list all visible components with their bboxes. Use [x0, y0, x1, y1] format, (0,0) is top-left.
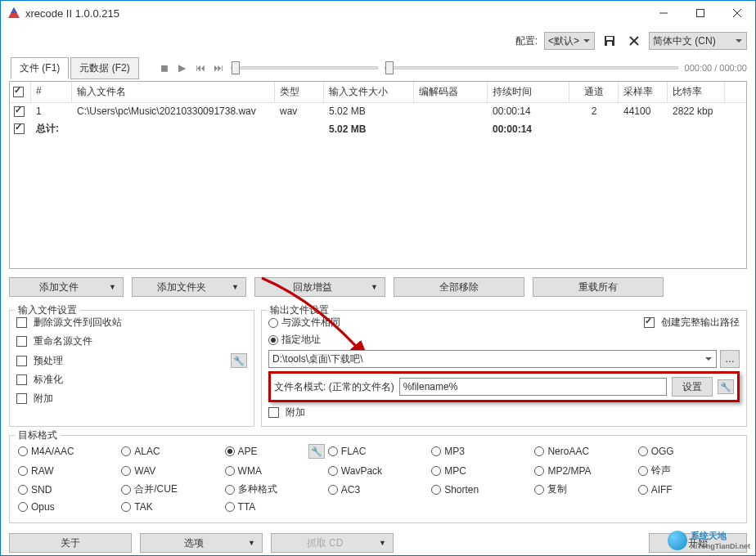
maximize-button[interactable]	[682, 1, 718, 25]
prev-icon[interactable]: ⏮	[195, 62, 206, 74]
checkbox-all[interactable]	[13, 87, 24, 97]
col-channels[interactable]: 通道	[569, 82, 619, 102]
format-wav-radio[interactable]	[121, 466, 131, 476]
col-size[interactable]: 输入文件大小	[324, 82, 414, 102]
watermark-icon	[668, 531, 687, 550]
rename-source-checkbox[interactable]	[16, 336, 27, 347]
table-total-row: 总计: 5.02 MB 00:00:14	[10, 119, 746, 138]
col-filename[interactable]: 输入文件名	[72, 82, 275, 102]
format-opus-radio[interactable]	[18, 502, 28, 512]
stop-icon[interactable]: ◼	[159, 62, 170, 74]
save-icon[interactable]	[600, 32, 619, 50]
specify-path-radio[interactable]	[268, 335, 278, 345]
col-num[interactable]: #	[31, 82, 72, 102]
seek-slider[interactable]	[385, 66, 678, 70]
format-cue-radio[interactable]	[121, 485, 131, 495]
output-settings-panel: 输出文件设置 与源文件相同 指定地址 创建完整输出路径 D:\tools\桌面\…	[261, 310, 747, 427]
filename-settings-button[interactable]: 设置	[672, 377, 713, 397]
app-icon	[7, 7, 20, 20]
preprocess-settings-icon[interactable]: 🔧	[231, 353, 247, 368]
col-samplerate[interactable]: 采样率	[619, 82, 668, 102]
language-select[interactable]: 简体中文 (CN)	[649, 32, 747, 50]
target-format-panel: 目标格式 M4A/AAC ALAC APE🔧 FLAC MP3 NeroAAC …	[9, 435, 747, 523]
about-button[interactable]: 关于	[9, 533, 132, 553]
remove-all-button[interactable]: 全部移除	[394, 277, 524, 297]
svg-rect-8	[607, 42, 612, 46]
format-tta-radio[interactable]	[225, 502, 235, 512]
format-mp3-radio[interactable]	[431, 446, 441, 456]
format-flac-radio[interactable]	[328, 446, 338, 456]
delete-source-checkbox[interactable]	[16, 317, 27, 328]
col-type[interactable]: 类型	[275, 82, 324, 102]
total-checkbox[interactable]	[14, 123, 25, 134]
options-button[interactable]: 选项	[140, 533, 263, 553]
create-full-path-checkbox[interactable]	[644, 317, 655, 328]
config-label: 配置:	[515, 34, 538, 48]
format-multi-radio[interactable]	[225, 485, 235, 495]
format-copy-radio[interactable]	[534, 485, 544, 495]
svg-rect-3	[696, 10, 704, 17]
filename-mode-label: 文件名模式: (正常的文件名)	[274, 380, 394, 394]
append-input-checkbox[interactable]	[16, 393, 27, 404]
col-codec[interactable]: 编解码器	[414, 82, 488, 102]
tab-metadata[interactable]: 元数据 (F2)	[70, 57, 138, 79]
config-select[interactable]: <默认>	[544, 32, 595, 50]
browse-path-button[interactable]: …	[720, 350, 740, 368]
reload-all-button[interactable]: 重载所有	[533, 277, 664, 297]
close-button[interactable]	[718, 1, 755, 25]
format-ring-radio[interactable]	[638, 466, 648, 476]
format-snd-radio[interactable]	[18, 485, 28, 495]
next-icon[interactable]: ⏭	[213, 62, 224, 74]
output-path-input[interactable]: D:\tools\桌面\下载吧\	[268, 350, 717, 368]
filename-pattern-input[interactable]: %filename%	[399, 378, 667, 396]
format-wavpack-radio[interactable]	[328, 466, 338, 476]
col-duration[interactable]: 持续时间	[488, 82, 569, 102]
filename-mode-highlight: 文件名模式: (正常的文件名) %filename% 设置 🔧	[268, 371, 740, 402]
time-display: 000:00 / 000:00	[685, 63, 747, 73]
add-folder-button[interactable]: 添加文件夹	[132, 277, 246, 297]
col-bitrate[interactable]: 比特率	[668, 82, 725, 102]
watermark: 系统天地 XiTongTianDi.net	[668, 530, 750, 550]
format-m4a-radio[interactable]	[18, 446, 28, 456]
format-wma-radio[interactable]	[225, 466, 235, 476]
same-as-source-radio[interactable]	[268, 318, 278, 328]
format-ogg-radio[interactable]	[638, 446, 648, 456]
input-settings-panel: 输入文件设置 删除源文件到回收站 重命名源文件 预处理🔧 标准化 附加	[9, 310, 254, 427]
window-title: xrecode II 1.0.0.215	[25, 7, 645, 20]
minimize-button[interactable]	[645, 1, 682, 25]
format-ac3-radio[interactable]	[328, 485, 338, 495]
row-checkbox[interactable]	[14, 106, 25, 117]
format-shorten-radio[interactable]	[431, 485, 441, 495]
preprocess-checkbox[interactable]	[16, 356, 27, 366]
play-icon[interactable]: ▶	[177, 62, 188, 74]
svg-marker-1	[11, 7, 17, 13]
delete-icon[interactable]	[624, 32, 644, 50]
format-ape-radio[interactable]	[225, 446, 235, 456]
table-row[interactable]: 1 C:\Users\pc\Music\20210330091738.wav w…	[10, 103, 746, 119]
wrench-icon[interactable]: 🔧	[718, 379, 734, 394]
append-output-checkbox[interactable]	[268, 407, 279, 418]
table-header: # 输入文件名 类型 输入文件大小 编解码器 持续时间 通道 采样率 比特率	[10, 82, 746, 103]
normalize-checkbox[interactable]	[16, 374, 27, 385]
format-mpc-radio[interactable]	[431, 466, 441, 476]
format-raw-radio[interactable]	[18, 466, 28, 476]
volume-slider[interactable]	[231, 66, 378, 70]
grab-cd-button[interactable]: 抓取 CD	[271, 533, 394, 553]
format-mp2-radio[interactable]	[534, 466, 544, 476]
replay-gain-button[interactable]: 回放增益	[254, 277, 385, 297]
format-alac-radio[interactable]	[121, 446, 131, 456]
svg-rect-7	[606, 37, 613, 40]
format-aiff-radio[interactable]	[638, 485, 648, 495]
ape-settings-icon[interactable]: 🔧	[308, 444, 325, 459]
file-table: # 输入文件名 类型 输入文件大小 编解码器 持续时间 通道 采样率 比特率 1…	[9, 81, 747, 269]
tab-files[interactable]: 文件 (F1)	[11, 57, 69, 79]
add-file-button[interactable]: 添加文件	[9, 277, 124, 297]
format-neroaac-radio[interactable]	[534, 446, 544, 456]
format-tak-radio[interactable]	[121, 502, 131, 512]
